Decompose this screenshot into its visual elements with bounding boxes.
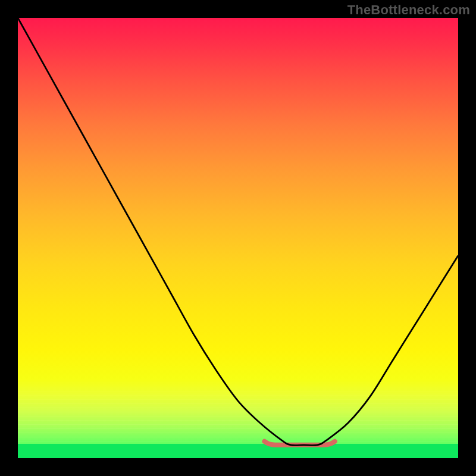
watermark-text: TheBottleneck.com [347, 2, 470, 18]
chart-svg [18, 18, 458, 458]
chart-frame: TheBottleneck.com [0, 0, 476, 476]
bottleneck-curve [18, 18, 458, 445]
plot-area [18, 18, 458, 458]
